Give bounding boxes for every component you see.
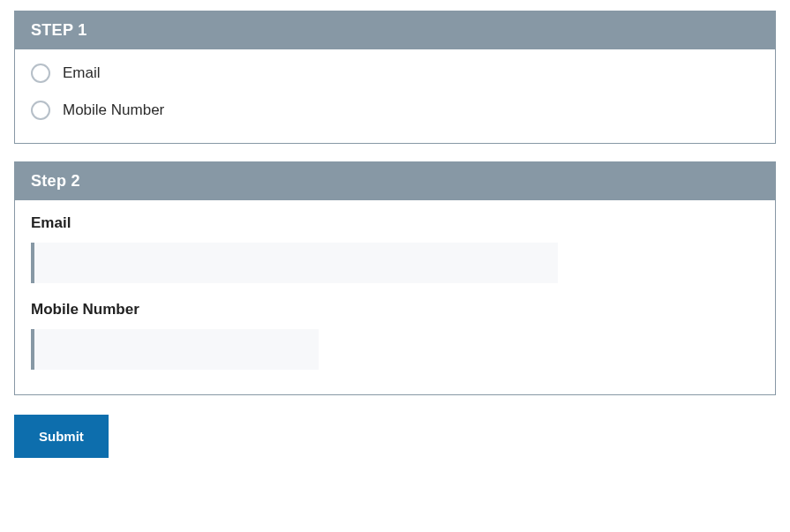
field-group-email: Email	[31, 214, 759, 283]
radio-option-email[interactable]: Email	[31, 64, 759, 83]
email-label: Email	[31, 214, 759, 232]
radio-option-mobile[interactable]: Mobile Number	[31, 101, 759, 120]
step-1-header: STEP 1	[15, 11, 775, 49]
field-group-mobile: Mobile Number	[31, 301, 759, 370]
step-1-body: Email Mobile Number	[15, 49, 775, 143]
radio-label-mobile: Mobile Number	[63, 101, 164, 119]
radio-circle-icon	[31, 64, 50, 83]
step-2-panel: Step 2 Email Mobile Number	[14, 161, 776, 395]
radio-label-email: Email	[63, 64, 101, 82]
radio-circle-icon	[31, 101, 50, 120]
submit-button[interactable]: Submit	[14, 415, 109, 458]
step-1-panel: STEP 1 Email Mobile Number	[14, 11, 776, 144]
mobile-label: Mobile Number	[31, 301, 759, 318]
email-input[interactable]	[31, 243, 558, 283]
mobile-input[interactable]	[31, 329, 319, 370]
step-2-body: Email Mobile Number	[15, 200, 775, 394]
step-2-header: Step 2	[15, 162, 775, 200]
